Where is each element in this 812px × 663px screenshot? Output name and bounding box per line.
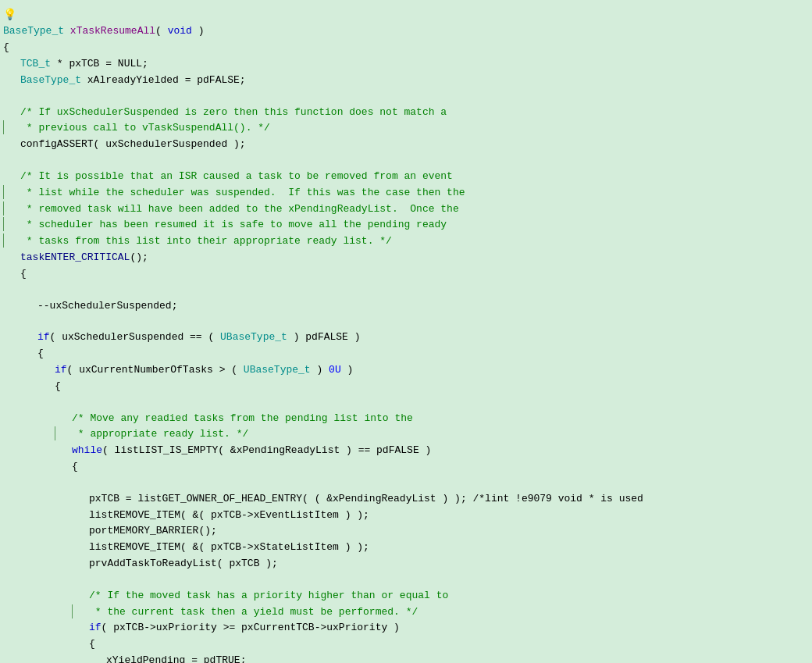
token: pxTCB = listGET_OWNER_OF_HEAD_ENTRY( ( &… xyxy=(89,491,643,508)
code-line xyxy=(0,572,812,588)
indent-space xyxy=(37,426,55,440)
code-line: prvAddTaskToReadyList( pxTCB ); xyxy=(0,556,812,572)
code-line: * scheduler has been resumed it is safe … xyxy=(0,217,812,233)
code-line: { xyxy=(0,266,812,283)
token: ) xyxy=(311,362,329,379)
code-line: { xyxy=(0,636,812,653)
code-line: portMEMORY_BARRIER(); xyxy=(0,523,812,540)
indent-bar xyxy=(3,185,4,199)
code-line: 💡 xyxy=(0,6,812,23)
code-line: * the current task then a yield must be … xyxy=(0,604,812,621)
code-line: { xyxy=(0,459,812,476)
code-line: --uxSchedulerSuspended; xyxy=(0,298,812,315)
indent-bar xyxy=(3,233,4,248)
code-line xyxy=(0,314,812,330)
code-line: listREMOVE_ITEM( &( pxTCB->xStateListIte… xyxy=(0,540,812,556)
token: listREMOVE_ITEM( &( pxTCB->xStateListIte… xyxy=(89,540,369,556)
indent-bar xyxy=(72,604,73,618)
code-line: if( pxTCB->uxPriority >= pxCurrentTCB->u… xyxy=(0,620,812,636)
token: /* If the moved task has a priority high… xyxy=(89,588,448,604)
code-editor: 💡BaseType_t xTaskResumeAll( void ){TCB_t… xyxy=(0,0,812,663)
token: { xyxy=(89,636,95,653)
token: * list while the scheduler was suspended… xyxy=(20,185,465,201)
token: * pxTCB = NULL; xyxy=(51,56,148,73)
token: * removed task will have been added to t… xyxy=(20,201,459,218)
token: while xyxy=(72,443,102,459)
token: (); xyxy=(130,250,148,266)
token: ) xyxy=(192,23,205,40)
code-line: * appropriate ready list. */ xyxy=(0,426,812,443)
token: * tasks from this list into their approp… xyxy=(20,233,392,250)
token: if xyxy=(37,330,50,346)
token: { xyxy=(3,40,9,56)
token: --uxSchedulerSuspended; xyxy=(37,298,177,315)
code-line: * previous call to vTaskSuspendAll(). */ xyxy=(0,120,812,137)
code-line xyxy=(0,395,812,411)
token: portMEMORY_BARRIER(); xyxy=(89,523,217,540)
code-line: listREMOVE_ITEM( &( pxTCB->xEventListIte… xyxy=(0,508,812,524)
code-line xyxy=(0,153,812,169)
code-line: taskENTER_CRITICAL(); xyxy=(0,250,812,266)
code-line xyxy=(0,476,812,491)
token: BaseType_t xyxy=(20,73,81,89)
token: if xyxy=(89,620,102,636)
token: prvAddTaskToReadyList( pxTCB ); xyxy=(89,556,278,572)
indent-space xyxy=(20,604,37,618)
code-line: xYieldPending = pdTRUE; xyxy=(0,653,812,663)
code-line: if( uxSchedulerSuspended == ( UBaseType_… xyxy=(0,330,812,346)
code-line: * list while the scheduler was suspended… xyxy=(0,185,812,201)
token xyxy=(64,23,70,40)
code-line: /* If the moved task has a priority high… xyxy=(0,588,812,604)
indent-bar xyxy=(55,426,55,440)
token: * the current task then a yield must be … xyxy=(89,604,418,621)
indent-space xyxy=(37,604,55,618)
token: if xyxy=(55,362,67,379)
indent-bar xyxy=(3,120,4,134)
token: /* Move any readied tasks from the pendi… xyxy=(72,411,413,427)
code-line: * removed task will have been added to t… xyxy=(0,201,812,218)
code-line: /* Move any readied tasks from the pendi… xyxy=(0,411,812,427)
token: TCB_t xyxy=(20,56,51,73)
token: listREMOVE_ITEM( &( pxTCB->xEventListIte… xyxy=(89,508,369,524)
token: ( uxSchedulerSuspended == ( xyxy=(50,330,220,346)
token: ( xyxy=(155,23,168,40)
token: ) xyxy=(341,362,354,379)
indent-space xyxy=(20,426,37,440)
code-line: /* If uxSchedulerSuspended is zero then … xyxy=(0,105,812,121)
token: { xyxy=(20,266,27,283)
code-line: while( listLIST_IS_EMPTY( &xPendingReady… xyxy=(0,443,812,459)
token: * appropriate ready list. */ xyxy=(72,426,248,443)
token: void xyxy=(168,23,192,40)
token: configASSERT( uxSchedulerSuspended ); xyxy=(20,137,246,153)
indent-space xyxy=(3,604,20,618)
token: 0U xyxy=(329,362,341,379)
code-line xyxy=(0,283,812,298)
token: ( uxCurrentNumberOfTasks > ( xyxy=(67,362,244,379)
token: UBaseType_t xyxy=(220,330,287,346)
indent-bar xyxy=(3,217,4,231)
token: { xyxy=(72,459,78,476)
code-line: pxTCB = listGET_OWNER_OF_HEAD_ENTRY( ( &… xyxy=(0,491,812,508)
token: BaseType_t xyxy=(3,23,64,40)
token: { xyxy=(37,346,44,362)
hint-icon: 💡 xyxy=(3,6,16,23)
token: ) pdFALSE ) xyxy=(287,330,361,346)
code-line: { xyxy=(0,379,812,395)
token: ( pxTCB->uxPriority >= pxCurrentTCB->uxP… xyxy=(102,620,400,636)
token: xAlreadyYielded = pdFALSE; xyxy=(81,73,246,89)
code-line: TCB_t * pxTCB = NULL; xyxy=(0,56,812,73)
code-line xyxy=(0,89,812,105)
code-line: configASSERT( uxSchedulerSuspended ); xyxy=(0,137,812,153)
code-line: BaseType_t xAlreadyYielded = pdFALSE; xyxy=(0,73,812,89)
token: { xyxy=(55,379,61,395)
indent-bar xyxy=(3,201,4,216)
token: UBaseType_t xyxy=(244,362,311,379)
indent-space xyxy=(3,426,20,440)
token: xTaskResumeAll xyxy=(70,23,155,40)
token: * previous call to vTaskSuspendAll(). */ xyxy=(20,120,270,137)
indent-space xyxy=(55,604,72,618)
token: taskENTER_CRITICAL xyxy=(20,250,130,266)
code-line: if( uxCurrentNumberOfTasks > ( UBaseType… xyxy=(0,362,812,379)
token: /* If uxSchedulerSuspended is zero then … xyxy=(20,105,447,121)
code-line: { xyxy=(0,346,812,362)
